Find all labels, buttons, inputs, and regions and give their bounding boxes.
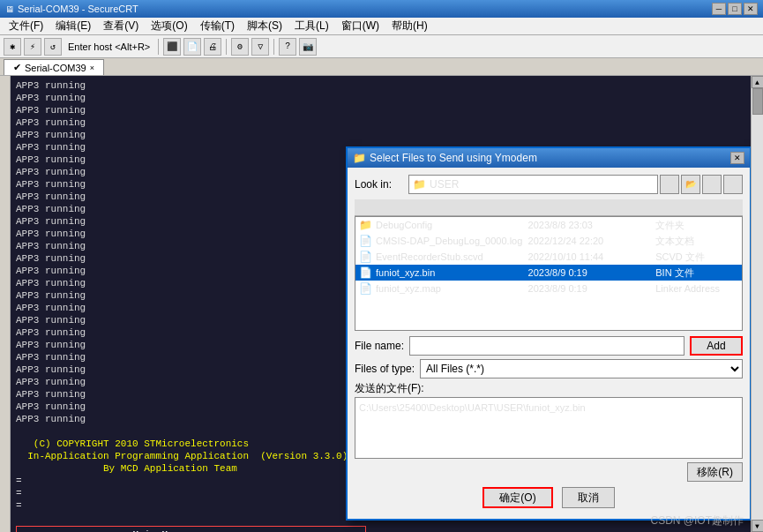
terminal-line: APP3 running (16, 79, 745, 92)
scrollbar-thumb[interactable] (752, 88, 763, 115)
remove-btn-row: 移除(R) (355, 462, 743, 482)
maximize-button[interactable]: □ (728, 3, 742, 15)
file-icon: 📄 (359, 251, 372, 263)
file-item-funiot-map[interactable]: 📄funiot_xyz.map 2023/8/9 0:19 Linker Add… (355, 281, 742, 296)
scrollbar-track[interactable] (752, 88, 763, 520)
tab-checkmark: ✔ (13, 62, 21, 73)
sidebar (0, 76, 11, 532)
modal-icon: 📁 (353, 152, 366, 164)
files-of-type-label: Files of type: (355, 363, 415, 375)
menu-window[interactable]: 窗口(W) (336, 17, 385, 35)
file-item-funiot-bin[interactable]: 📄funiot_xyz.bin 2023/8/9 0:19 BIN 文件 (355, 265, 742, 281)
col-header-date: 修改日期 (527, 201, 655, 214)
path-view-button[interactable]: ☰ (702, 175, 722, 194)
toolbar-sep-3 (273, 39, 274, 55)
send-files-label: 发送的文件(F): (355, 382, 743, 394)
file-list-header: 名称 修改日期 类型 (355, 199, 743, 216)
modal-close-button[interactable]: ✕ (730, 152, 744, 164)
file-name-input[interactable] (409, 336, 684, 356)
title-bar: 🖥 Serial-COM39 - SecureCRT ─ □ ✕ (0, 0, 763, 18)
menu-scripts[interactable]: 脚本(S) (242, 17, 288, 35)
modal-footer: 确定(O) 取消 (355, 487, 743, 512)
menu-transfer[interactable]: 传输(T) (195, 17, 240, 35)
look-in-label: Look in: (355, 178, 403, 191)
menu-edit[interactable]: 编辑(E) (50, 17, 96, 35)
main-area: APP3 running APP3 running APP3 running A… (0, 76, 763, 532)
look-in-value: USER (430, 178, 459, 191)
ymodem-dialog: 📁 Select Files to Send using Ymodem ✕ Lo… (346, 146, 751, 521)
file-icon: 📄 (359, 266, 372, 279)
tab-bar: ✔ Serial-COM39 × (0, 58, 763, 76)
file-item-debugconfig[interactable]: 📁DebugConfig 2023/8/8 23:03 文件夹 (355, 217, 742, 233)
col-header-type: 类型 (655, 201, 739, 214)
help-button[interactable]: ? (279, 38, 296, 56)
main-menu-box: ================== Main Menu ===========… (16, 526, 366, 532)
scroll-up-button[interactable]: ▲ (752, 76, 764, 88)
enter-host-text: Enter host <Alt+R> (64, 41, 153, 52)
toolbar: ✱ ⚡ ↺ Enter host <Alt+R> ⬛ 📄 🖨 ⚙ ▽ ? 📷 (0, 35, 763, 58)
app-icon: 🖥 (5, 4, 14, 14)
tab-label: Serial-COM39 (25, 63, 86, 73)
toolbar-sep-1 (158, 39, 159, 55)
lightning-button[interactable]: ⚡ (24, 38, 41, 56)
folder-icon: 📁 (359, 219, 372, 231)
files-of-type-select[interactable]: All Files (*.*) (420, 359, 743, 378)
terminal-scrollbar[interactable]: ▲ ▼ (751, 76, 763, 532)
scroll-down-button[interactable]: ▼ (752, 520, 764, 532)
menu-options[interactable]: 选项(O) (146, 17, 192, 35)
print-button[interactable]: 🖨 (204, 38, 221, 56)
menu-tools[interactable]: 工具(L) (289, 17, 334, 35)
close-button[interactable]: ✕ (744, 3, 758, 15)
menu-bar: 文件(F) 编辑(E) 查看(V) 选项(O) 传输(T) 脚本(S) 工具(L… (0, 18, 763, 35)
terminal-line: APP3 running (16, 92, 745, 104)
files-of-type-row: Files of type: All Files (*.*) (355, 359, 743, 378)
extra-button[interactable]: 📷 (299, 38, 317, 56)
file-icon: 📄 (359, 235, 372, 247)
ok-button[interactable]: 确定(O) (482, 487, 553, 508)
send-file-path: C:\Users\25400\Desktop\UART\USER\funiot_… (359, 401, 738, 414)
menu-view[interactable]: 查看(V) (98, 17, 144, 35)
paste-button[interactable]: 📄 (183, 38, 201, 56)
new-button[interactable]: ✱ (4, 38, 21, 56)
copy-button[interactable]: ⬛ (163, 38, 181, 56)
menu-file[interactable]: 文件(F) (4, 17, 49, 35)
terminal-line: APP3 running (16, 104, 745, 116)
refresh-button[interactable]: ↺ (44, 38, 62, 56)
minimize-button[interactable]: ─ (712, 3, 726, 15)
path-new-folder-button[interactable]: 📂 (681, 175, 700, 194)
tab-serial-com39[interactable]: ✔ Serial-COM39 × (4, 59, 104, 75)
menu-help[interactable]: 帮助(H) (386, 17, 433, 35)
file-name-row: File name: Add (355, 336, 743, 356)
terminal-line: APP3 running (16, 116, 745, 129)
modal-title: Select Files to Send using Ymodem (370, 152, 537, 164)
modal-titlebar: 📁 Select Files to Send using Ymodem ✕ (348, 148, 750, 168)
look-in-row: Look in: 📁 USER ⬆ 📂 ☰ ▾ (355, 175, 743, 194)
file-name-label: File name: (355, 340, 404, 352)
remove-button[interactable]: 移除(R) (687, 462, 743, 482)
cancel-button[interactable]: 取消 (562, 487, 615, 508)
look-in-combo[interactable]: 📁 USER (408, 175, 658, 194)
modal-body: Look in: 📁 USER ⬆ 📂 ☰ ▾ (348, 168, 750, 519)
window-title: Serial-COM39 - SecureCRT (18, 4, 138, 14)
terminal-line: APP3 running (16, 129, 745, 141)
look-in-box: 📁 USER ⬆ 📂 ☰ ▾ (408, 175, 743, 194)
file-list[interactable]: 📁DebugConfig 2023/8/8 23:03 文件夹 📄CMSIS-D… (355, 216, 743, 331)
col-header-name: 名称 (358, 201, 527, 214)
file-icon: 📄 (359, 282, 372, 295)
toolbar-sep-2 (226, 39, 227, 55)
add-button[interactable]: Add (690, 336, 743, 356)
file-item-eventrecorder[interactable]: 📄EventRecorderStub.scvd 2022/10/10 11:44… (355, 249, 742, 265)
file-item-cmsis-log[interactable]: 📄CMSIS-DAP_DebugLog_0000.log 2022/12/24 … (355, 233, 742, 249)
folder-icon: 📁 (413, 178, 426, 191)
terminal[interactable]: APP3 running APP3 running APP3 running A… (11, 76, 751, 532)
path-dropdown-button[interactable]: ▾ (723, 175, 743, 194)
menu-header: ================== Main Menu ===========… (22, 528, 360, 532)
tab-close-button[interactable]: × (90, 64, 94, 72)
settings-button[interactable]: ⚙ (231, 38, 249, 56)
filter-button[interactable]: ▽ (251, 38, 269, 56)
path-up-button[interactable]: ⬆ (660, 175, 679, 194)
window-controls: ─ □ ✕ (712, 3, 758, 15)
send-files-box: C:\Users\25400\Desktop\UART\USER\funiot_… (355, 397, 743, 459)
